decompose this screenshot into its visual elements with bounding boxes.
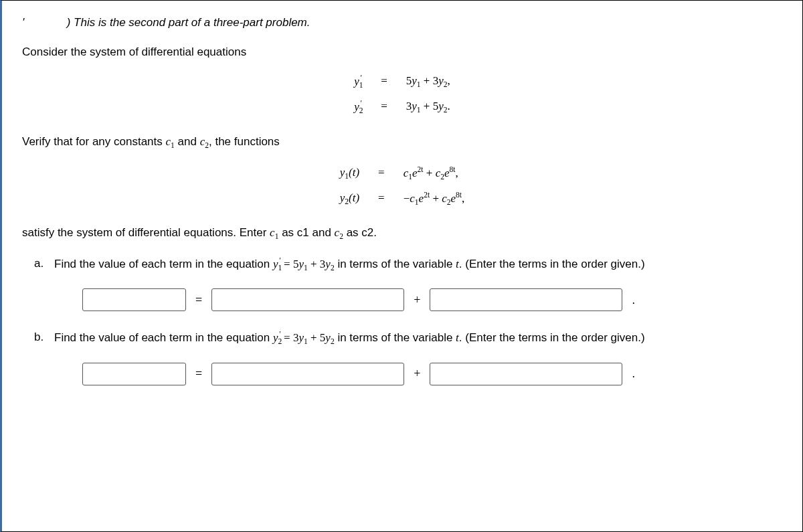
answer-row-b: = + . bbox=[82, 363, 770, 385]
apostrophe-fragment: ' bbox=[22, 16, 24, 29]
qb-eq: y2′ = 3y1 + 5y2 bbox=[273, 331, 335, 344]
equals-sign: = bbox=[195, 365, 202, 383]
and-text: and bbox=[175, 135, 200, 148]
qa-post: . (Enter the terms in the order given.) bbox=[459, 258, 645, 270]
c2-symbol: c2 bbox=[200, 135, 209, 148]
equals-sign: = bbox=[378, 189, 385, 208]
intro-line: ' ) This is the second part of a three-p… bbox=[22, 14, 782, 31]
qb-pre: Find the value of each term in the equat… bbox=[54, 331, 273, 344]
plus-sign: + bbox=[414, 365, 420, 383]
qb-post: . (Enter the terms in the order given.) bbox=[459, 331, 645, 344]
qa-input-term1[interactable] bbox=[211, 288, 404, 311]
qb-input-lhs[interactable] bbox=[82, 363, 186, 385]
paren-fragment: ) bbox=[67, 16, 74, 29]
qa-eq: y1′ = 5y1 + 3y2 bbox=[273, 258, 335, 270]
satisfy-b: as c1 and bbox=[278, 226, 334, 239]
function-equations: y1(t) = c1e2t + c2e8t, y2(t) = −c1e2t + … bbox=[22, 164, 782, 209]
satisfy-c: as c2. bbox=[343, 226, 377, 239]
qa-input-lhs[interactable] bbox=[82, 288, 186, 311]
func-row1-rhs: c1e2t + c2e8t, bbox=[404, 164, 465, 183]
period: . bbox=[632, 291, 635, 309]
equals-sign: = bbox=[381, 72, 387, 91]
qa-input-term2[interactable] bbox=[430, 288, 622, 311]
satisfy-a: satisfy the system of differential equat… bbox=[22, 226, 270, 239]
c2-inline: c2 bbox=[335, 226, 343, 239]
consider-text: Consider the system of differential equa… bbox=[22, 43, 782, 61]
qa-pre: Find the value of each term in the equat… bbox=[54, 258, 273, 270]
qa-letter: a. bbox=[34, 255, 46, 274]
verify-suffix: , the functions bbox=[209, 135, 280, 148]
equals-sign: = bbox=[378, 164, 385, 183]
func-row2-lhs: y2(t) bbox=[340, 189, 359, 208]
qa-text: Find the value of each term in the equat… bbox=[54, 255, 645, 274]
question-a: a. Find the value of each term in the eq… bbox=[34, 255, 782, 274]
intro-italic-text: This is the second part of a three-part … bbox=[74, 16, 310, 29]
system-row1-lhs: y1′ bbox=[354, 72, 362, 91]
period: . bbox=[632, 365, 635, 383]
equals-sign: = bbox=[381, 98, 387, 116]
system-row2-rhs: 3y1 + 5y2. bbox=[406, 98, 450, 116]
qb-input-term2[interactable] bbox=[430, 363, 622, 385]
answer-row-a: = + . bbox=[82, 288, 770, 311]
system-equations: y1′ = 5y1 + 3y2, y2′ = 3y1 + 5y2. bbox=[22, 72, 782, 117]
verify-prefix: Verify that for any constants bbox=[22, 135, 166, 148]
c1-inline: c1 bbox=[270, 226, 278, 239]
qb-text: Find the value of each term in the equat… bbox=[54, 329, 645, 347]
func-row2-rhs: −c1e2t + c2e8t, bbox=[404, 189, 465, 208]
system-row2-lhs: y2′ bbox=[354, 98, 362, 116]
verify-text: Verify that for any constants c1 and c2,… bbox=[22, 133, 782, 152]
satisfy-text: satisfy the system of differential equat… bbox=[22, 224, 782, 243]
equals-sign: = bbox=[195, 291, 202, 309]
c1-symbol: c1 bbox=[166, 135, 175, 148]
func-row1-lhs: y1(t) bbox=[340, 164, 359, 183]
plus-sign: + bbox=[414, 291, 420, 309]
system-row1-rhs: 5y1 + 3y2, bbox=[406, 72, 450, 91]
qa-mid: in terms of the variable bbox=[335, 258, 456, 270]
question-b: b. Find the value of each term in the eq… bbox=[34, 329, 782, 347]
qb-input-term1[interactable] bbox=[211, 363, 404, 385]
qb-letter: b. bbox=[34, 329, 46, 347]
qb-mid: in terms of the variable bbox=[335, 331, 456, 344]
problem-page: ' ) This is the second part of a three-p… bbox=[0, 0, 803, 532]
